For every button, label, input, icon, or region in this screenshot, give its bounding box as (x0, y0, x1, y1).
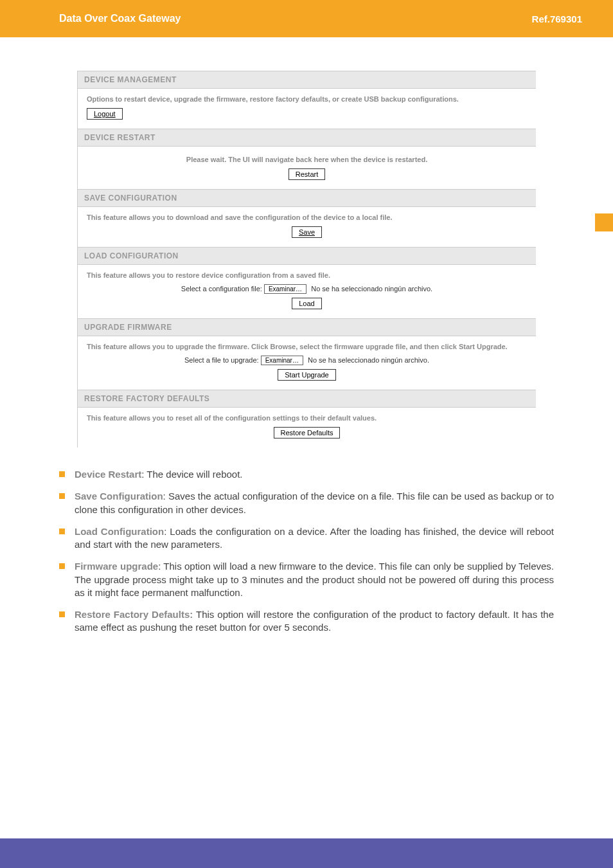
section-body-restart: Please wait. The UI will navigate back h… (78, 147, 536, 189)
loadconf-browse-button[interactable]: Examinar… (264, 284, 306, 294)
restart-desc: Please wait. The UI will navigate back h… (87, 153, 527, 163)
start-upgrade-button[interactable]: Start Upgrade (278, 369, 335, 381)
list-item: Restore Factory Defaults: This option wi… (59, 608, 554, 635)
section-body-upgrade: This feature allows you to upgrade the f… (78, 336, 536, 390)
upgrade-desc: This feature allows you to upgrade the f… (87, 343, 527, 350)
load-button[interactable]: Load (292, 298, 321, 309)
loadconf-desc: This feature allows you to restore devic… (87, 271, 527, 279)
section-head-loadconf: LOAD CONFIGURATION (78, 247, 536, 265)
management-desc: Options to restart device, upgrade the f… (87, 95, 527, 103)
section-body-loadconf: This feature allows you to restore devic… (78, 265, 536, 318)
header-title: Data Over Coax Gateway (59, 13, 181, 24)
save-button[interactable]: Save (292, 226, 322, 238)
footer-bar (0, 838, 613, 868)
list-item: Firmware upgrade: This option will load … (59, 560, 554, 599)
content-area: DEVICE MANAGEMENT Options to restart dev… (0, 37, 613, 635)
section-body-restore: This feature allows you to reset all of … (78, 408, 536, 448)
header-ref: Ref.769301 (532, 14, 582, 24)
notes-list: Device Restart: The device will reboot. … (59, 468, 554, 635)
restart-button[interactable]: Restart (289, 168, 325, 180)
bullet-title: Load Configuration (75, 526, 164, 537)
upgrade-file-status: No se ha seleccionado ningún archivo. (308, 356, 429, 364)
section-head-restore: RESTORE FACTORY DEFAULTS (78, 390, 536, 408)
section-head-saveconf: SAVE CONFIGURATION (78, 189, 536, 207)
list-item: Save Configuration: Saves the actual con… (59, 490, 554, 516)
restore-defaults-button[interactable]: Restore Defaults (274, 427, 341, 439)
section-head-management: DEVICE MANAGEMENT (78, 71, 536, 89)
section-body-management: Options to restart device, upgrade the f… (78, 89, 536, 129)
upgrade-browse-button[interactable]: Examinar… (261, 356, 303, 365)
loadconf-select-label: Select a configuration file: (181, 285, 262, 293)
restore-desc: This feature allows you to reset all of … (87, 414, 527, 422)
loadconf-file-status: No se ha seleccionado ningún archivo. (311, 285, 432, 293)
loadconf-file-row: Select a configuration file: Examinar… N… (87, 284, 527, 294)
section-head-upgrade: UPGRADE FIRMWARE (78, 318, 536, 336)
bullet-text: : The device will reboot. (141, 469, 242, 480)
side-tab (595, 213, 613, 231)
saveconf-desc: This feature allows you to download and … (87, 213, 527, 221)
logout-button[interactable]: Logout (87, 108, 123, 120)
upgrade-select-label: Select a file to upgrade: (184, 356, 259, 364)
bullet-title: Firmware upgrade (75, 561, 158, 572)
page-header: Data Over Coax Gateway Ref.769301 (0, 0, 613, 37)
bullet-title: Restore Factory Defaults: (75, 609, 193, 620)
list-item: Device Restart: The device will reboot. (59, 468, 554, 481)
list-item: Load Configuration: Loads the configurat… (59, 525, 554, 552)
upgrade-file-row: Select a file to upgrade: Examinar… No s… (87, 356, 527, 365)
section-body-saveconf: This feature allows you to download and … (78, 207, 536, 247)
bullet-title: Save Configuration (75, 491, 163, 502)
bullet-title: Device Restart (75, 469, 141, 480)
section-head-restart: DEVICE RESTART (78, 129, 536, 147)
device-panel: DEVICE MANAGEMENT Options to restart dev… (77, 71, 536, 448)
